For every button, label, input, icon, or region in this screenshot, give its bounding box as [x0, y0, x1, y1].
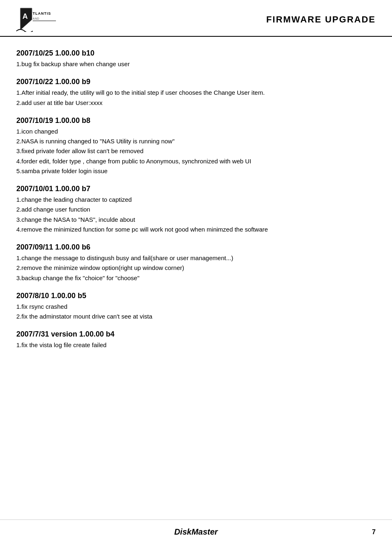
version-item-v_b5-1: 2.fix the adminstator mount drive can't … — [16, 312, 376, 321]
version-item-v_b9-0: 1.After initial ready, the utility will … — [16, 88, 376, 97]
version-item-v_b7-1: 2.add change user function — [16, 205, 376, 214]
svg-text:AND: AND — [33, 17, 39, 20]
version-item-v_b7-2: 3.change the NASA to "NAS", inculde abou… — [16, 215, 376, 224]
version-heading-v_b5: 2007/8/10 1.00.00 b5 — [16, 292, 376, 300]
footer: DiskMaster 7 — [0, 519, 392, 544]
version-heading-v_b10: 2007/10/25 1.00.00 b10 — [16, 49, 376, 58]
version-item-v_b6-0: 1.change the message to distingush busy … — [16, 253, 376, 263]
svg-text:TLANTIS: TLANTIS — [33, 11, 51, 16]
version-item-v_b8-0: 1.icon changed — [16, 127, 376, 136]
version-item-v_b7-0: 1.change the leading character to captiz… — [16, 195, 376, 204]
header-title: FIRMWARE UPGRADE — [266, 14, 376, 25]
footer-product: DiskMaster — [16, 527, 376, 537]
version-heading-v_b6: 2007/09/11 1.00.00 b6 — [16, 243, 376, 252]
footer-page-number: 7 — [372, 528, 376, 536]
version-item-v_b8-3: 4.forder edit, folder type , change from… — [16, 156, 376, 166]
atlantis-logo: A TLANTIS AND — [12, 7, 57, 32]
version-item-v_b10-0: 1.bug fix backup share when change user — [16, 59, 376, 69]
version-block-v_b9: 2007/10/22 1.00.00 b91.After initial rea… — [16, 78, 376, 107]
version-block-v_b8: 2007/10/19 1.00.00 b81.icon changed2.NAS… — [16, 116, 376, 176]
version-item-v_b5-0: 1.fix rsync crashed — [16, 302, 376, 311]
version-heading-v_b7: 2007/10/01 1.00.00 b7 — [16, 185, 376, 193]
svg-text:A: A — [22, 12, 28, 20]
version-heading-v_b8: 2007/10/19 1.00.00 b8 — [16, 116, 376, 125]
version-item-v_b7-3: 4.remove the minimized function for some… — [16, 225, 376, 234]
version-block-v_b6: 2007/09/11 1.00.00 b61.change the messag… — [16, 243, 376, 283]
version-block-v_b7: 2007/10/01 1.00.00 b71.change the leadin… — [16, 185, 376, 234]
logo-container: A TLANTIS AND — [12, 7, 57, 32]
version-item-v_b6-2: 3.backup change the fix "choice" for "ch… — [16, 273, 376, 283]
version-item-v_b4-0: 1.fix the vista log file create failed — [16, 340, 376, 350]
version-heading-v_b4: 2007/7/31 version 1.00.00 b4 — [16, 330, 376, 339]
version-item-v_b8-1: 2.NASA is running changed to "NAS Utilit… — [16, 136, 376, 146]
version-item-v_b8-4: 5.samba private folder login issue — [16, 166, 376, 176]
version-item-v_b6-1: 2.remove the minimize window option(righ… — [16, 263, 376, 272]
header: A TLANTIS AND FIRMWARE UPGRADE — [0, 0, 392, 37]
version-heading-v_b9: 2007/10/22 1.00.00 b9 — [16, 78, 376, 86]
version-block-v_b4: 2007/7/31 version 1.00.00 b41.fix the vi… — [16, 330, 376, 350]
page-container: A TLANTIS AND FIRMWARE UPGRADE 2007/10/2… — [0, 0, 392, 544]
version-block-v_b10: 2007/10/25 1.00.00 b101.bug fix backup s… — [16, 49, 376, 69]
version-block-v_b5: 2007/8/10 1.00.00 b51.fix rsync crashed2… — [16, 292, 376, 321]
version-item-v_b8-2: 3.fixed private foder allow list can't b… — [16, 146, 376, 156]
version-item-v_b9-1: 2.add user at title bar User:xxxx — [16, 98, 376, 107]
main-content: 2007/10/25 1.00.00 b101.bug fix backup s… — [0, 37, 392, 392]
